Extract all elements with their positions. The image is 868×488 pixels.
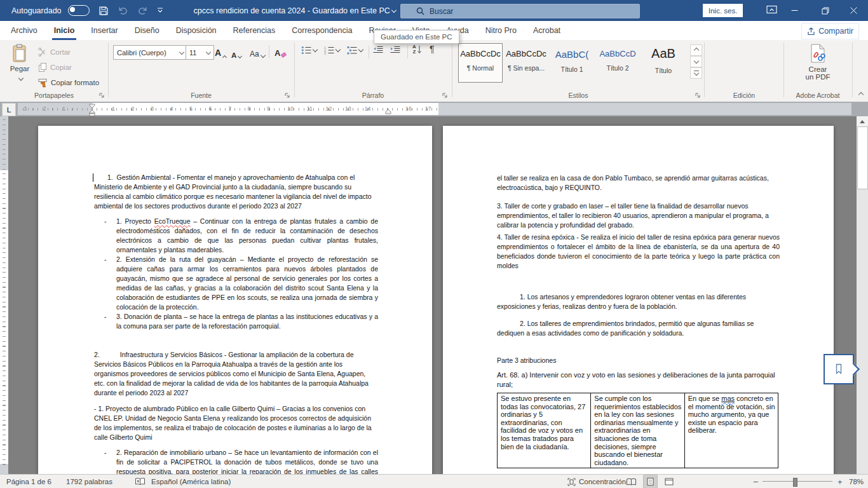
scroll-up-arrow[interactable] xyxy=(857,116,868,126)
redo-icon[interactable] xyxy=(137,6,148,15)
indent-markers[interactable] xyxy=(89,104,95,118)
acrobat-group: Crear un PDF Adobe Acrobat xyxy=(784,40,851,101)
collapse-ribbon-button[interactable] xyxy=(857,86,863,98)
show-marks-button[interactable]: ¶ xyxy=(430,44,435,54)
tab-correspondencia[interactable]: Correspondencia xyxy=(283,21,360,40)
table-cell-2: Se cumple con los requerimientos estable… xyxy=(591,393,684,468)
ribbon-display-options-icon[interactable] xyxy=(766,5,777,14)
print-layout-button[interactable] xyxy=(644,475,657,488)
pdf-icon xyxy=(810,44,826,63)
create-pdf-button[interactable]: Crear un PDF xyxy=(784,44,851,81)
grow-caret-icon xyxy=(222,55,227,60)
minimize-button[interactable] xyxy=(780,0,809,21)
sort-button[interactable]: A Z xyxy=(412,44,422,55)
saved-tooltip: Guardado en Este PC xyxy=(374,30,459,44)
style-heading1[interactable]: AaBbC( Título 1 xyxy=(550,44,593,82)
clear-formatting-button[interactable]: A xyxy=(275,44,287,58)
autosave-toggle[interactable] xyxy=(68,5,90,16)
tab-acrobat[interactable]: Acrobat xyxy=(525,21,569,40)
web-layout-button[interactable] xyxy=(665,475,674,488)
paste-button[interactable]: Pegar xyxy=(5,44,34,91)
vertical-scrollbar[interactable] xyxy=(857,116,868,474)
tab-diseno[interactable]: Diseño xyxy=(126,21,168,40)
styles-group-label: Estilos xyxy=(452,92,704,99)
change-case-button[interactable]: Aa xyxy=(250,44,265,58)
numbering-button[interactable]: 123 xyxy=(324,46,340,55)
zoom-slider-thumb[interactable] xyxy=(793,478,797,487)
tab-archivo[interactable]: Archivo xyxy=(3,21,46,40)
search-box[interactable]: Buscar xyxy=(400,4,640,18)
document-title[interactable]: cpccs rendicion de cuenta 2024 - Guardad… xyxy=(194,6,396,15)
style-no-spacing[interactable]: AaBbCcDc ¶ Sin espa... xyxy=(505,44,548,82)
word-count[interactable]: 1792 palabras xyxy=(66,475,112,488)
format-painter-button[interactable]: Copiar formato xyxy=(38,76,99,90)
page-2[interactable]: el taller se realiza en la casa de don P… xyxy=(443,126,834,488)
save-icon[interactable] xyxy=(98,6,109,16)
paragraph-artesanos: 1. Los artesanos y emprendedores lograro… xyxy=(497,292,780,311)
paste-icon xyxy=(12,44,28,63)
ruler-numbers-mid2: 10 11 12 13 14 xyxy=(287,105,370,112)
font-size-combo[interactable]: 11 xyxy=(186,45,214,60)
sign-in-button[interactable]: Inic. ses. xyxy=(703,4,743,17)
clear-formatting-glyph: A xyxy=(275,48,280,58)
share-button[interactable]: Compartir xyxy=(801,23,859,39)
cut-button[interactable]: Cortar xyxy=(38,45,71,59)
tab-inicio[interactable]: Inicio xyxy=(46,21,83,40)
focus-mode-button[interactable]: Concentración xyxy=(567,475,626,488)
tab-insertar[interactable]: Insertar xyxy=(83,21,126,40)
tab-disposicion[interactable]: Disposición xyxy=(168,21,225,40)
zoom-out-button[interactable]: − xyxy=(753,475,758,488)
list-item-guayacan: 2. Extensión de la ruta del guayacán – M… xyxy=(94,255,378,312)
zoom-percentage[interactable]: 78% xyxy=(849,475,864,488)
styles-scroll-up[interactable] xyxy=(690,44,702,56)
search-icon xyxy=(416,7,424,15)
increase-indent-button[interactable] xyxy=(390,46,400,55)
tab-nitro-pro[interactable]: Nitro Pro xyxy=(477,21,525,40)
paragraph-dialog-launcher[interactable] xyxy=(442,93,448,98)
page-1[interactable]: 1. Gestión Ambiental - Fomentar el manej… xyxy=(38,126,432,488)
attributions-table: Se estuvo presente en todas las convocat… xyxy=(497,393,778,468)
acrobat-group-label: Adobe Acrobat xyxy=(784,92,851,99)
shrink-font-button[interactable]: A xyxy=(231,45,241,59)
svg-text:3: 3 xyxy=(324,51,326,55)
multilevel-list-button[interactable] xyxy=(347,46,363,55)
language-indicator[interactable]: Español (América latina) xyxy=(151,475,231,488)
paragraph-taller-laser: 3. Taller de corte y grabado en laser – … xyxy=(497,201,780,230)
font-family-combo[interactable]: Calibri (Cuerpo) xyxy=(113,45,187,60)
status-bar: Página 1 de 6 1792 palabras Español (Amé… xyxy=(0,474,868,488)
editing-group: Buscar bc Reemplazar Seleccionar Edición xyxy=(705,40,783,101)
read-mode-button[interactable] xyxy=(626,475,637,488)
styles-scroll-down[interactable] xyxy=(690,56,702,67)
font-dialog-launcher[interactable] xyxy=(285,93,290,98)
vertical-ruler[interactable] xyxy=(0,116,8,474)
customize-quick-access-icon[interactable] xyxy=(157,8,163,13)
proofing-errors-icon[interactable] xyxy=(135,475,146,488)
style-normal[interactable]: AaBbCcDc ¶ Normal xyxy=(459,44,502,82)
bookmark-popup[interactable] xyxy=(824,354,854,384)
restore-button[interactable] xyxy=(811,0,839,21)
grow-font-button[interactable]: A xyxy=(215,44,226,58)
paste-label: Pegar xyxy=(5,65,34,72)
tab-selector[interactable]: L xyxy=(2,103,16,116)
bullets-button[interactable] xyxy=(301,46,317,55)
multilevel-dropdown-icon xyxy=(358,47,363,52)
editing-group-label: Edición xyxy=(705,92,783,99)
document-area: 1. Gestión Ambiental - Fomentar el manej… xyxy=(0,116,868,488)
tab-referencias[interactable]: Referencias xyxy=(225,21,284,40)
copy-button[interactable]: Copiar xyxy=(38,60,72,74)
style-preview: AaBbCcDc xyxy=(505,49,548,58)
horizontal-ruler[interactable]: 3 2 1 1 2 3 4 5 6 7 8 9 10 11 12 13 14 1… xyxy=(18,103,851,115)
page-indicator[interactable]: Página 1 de 6 xyxy=(6,475,51,488)
clipboard-dialog-launcher[interactable] xyxy=(99,93,105,98)
style-heading2[interactable]: AaBbCcD Título 2 xyxy=(596,44,639,82)
styles-gallery-expand[interactable] xyxy=(690,67,702,79)
right-indent-marker[interactable] xyxy=(385,109,391,114)
decrease-indent-button[interactable] xyxy=(373,46,383,55)
styles-dialog-launcher[interactable] xyxy=(695,93,701,98)
style-title[interactable]: AaB Título xyxy=(642,44,685,82)
zoom-in-button[interactable]: + xyxy=(837,475,843,488)
scrollbar-thumb[interactable] xyxy=(857,126,868,189)
close-button[interactable] xyxy=(839,0,868,21)
undo-icon[interactable] xyxy=(118,6,128,15)
zoom-slider[interactable] xyxy=(763,475,832,488)
